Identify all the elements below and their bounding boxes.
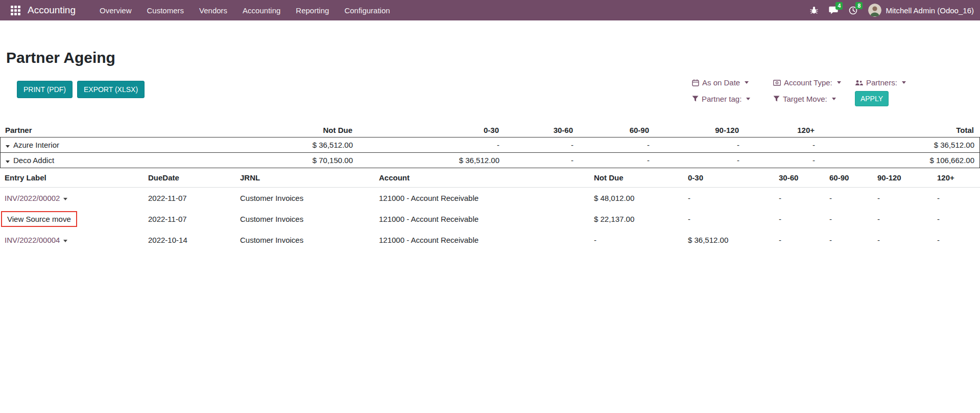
filter-label: Account Type: [784, 78, 832, 87]
debug-bug-icon[interactable] [810, 6, 818, 14]
chevron-down-icon [837, 81, 841, 84]
col-30-60: 30-60 [499, 126, 573, 134]
col-60-90: 60-90 [573, 126, 649, 134]
col-90-120: 90-120 [877, 173, 937, 182]
account-cell: 121000 - Account Receivable [379, 215, 594, 223]
cell-30-60: - [779, 194, 829, 202]
col-120-plus: 120+ [937, 173, 980, 182]
cell-60-90: - [829, 215, 877, 223]
dropdown-caret-icon[interactable] [63, 198, 67, 200]
chevron-down-icon [832, 98, 836, 100]
app-name[interactable]: Accounting [28, 5, 76, 16]
filter-label: Partner tag: [702, 95, 742, 103]
filter-partners[interactable]: Partners: [855, 78, 906, 87]
money-icon [773, 80, 781, 86]
entry-label-cell: INV/2022/00002 [5, 194, 148, 202]
cell-30-60: - [779, 215, 829, 223]
cell-120-plus: - [937, 194, 980, 202]
jrnl-cell: Customer Invoices [240, 236, 379, 244]
chevron-down-icon [902, 81, 906, 84]
filter-account-type[interactable]: Account Type: [773, 78, 855, 87]
activities-button[interactable]: 8 [849, 6, 857, 15]
cell-90-120: - [877, 194, 937, 202]
cell-60-90: - [829, 236, 877, 244]
avatar-image [868, 4, 881, 17]
col-not-due: Not Due [594, 173, 688, 182]
partner-cell: Azure Interior [1, 141, 235, 149]
filter-funnel-icon [692, 96, 699, 102]
cell-90-120: - [650, 156, 739, 165]
cell-not-due: - [594, 236, 688, 244]
menu-configuration[interactable]: Configuration [337, 0, 397, 20]
cell-120-plus: - [739, 156, 815, 165]
menu-reporting[interactable]: Reporting [288, 0, 337, 20]
cell-60-90: - [573, 156, 650, 165]
report-filters: As on Date Account Type: Partners: [692, 78, 906, 106]
cell-not-due: $ 70,150.00 [235, 156, 353, 165]
partner-name: Azure Interior [13, 141, 59, 149]
partner-cell: Deco Addict [1, 156, 235, 165]
filter-label: Partners: [866, 78, 897, 87]
menu-accounting[interactable]: Accounting [235, 0, 288, 20]
cell-60-90: - [829, 194, 877, 202]
messages-button[interactable]: 4 [829, 6, 838, 14]
calendar-icon [692, 79, 699, 86]
users-icon [855, 80, 863, 86]
filter-funnel-icon [773, 96, 780, 102]
filter-partner-tag[interactable]: Partner tag: [692, 95, 773, 103]
summary-table-body: Azure Interior $ 36,512.00 - - - - - $ 3… [0, 137, 980, 168]
cell-90-120: - [877, 236, 937, 244]
cell-0-30: $ 36,512.00 [688, 236, 779, 244]
view-source-move-menu-item[interactable]: View Source move [2, 212, 76, 226]
entry-move-link[interactable]: INV/2022/00004 [5, 236, 60, 244]
cell-0-30: - [688, 194, 779, 202]
cell-total: $ 36,512.00 [815, 141, 980, 149]
detail-table-header: Entry Label DueDate JRNL Account Not Due… [0, 168, 980, 188]
jrnl-cell: Customer Invoices [240, 194, 379, 202]
col-entry-label: Entry Label [5, 173, 148, 182]
col-account: Account [379, 173, 594, 182]
due-date-cell: 2022-10-14 [148, 236, 240, 244]
menu-vendors[interactable]: Vendors [192, 0, 235, 20]
entry-move-link[interactable]: INV/2022/00002 [5, 194, 60, 202]
grid-icon [11, 6, 20, 15]
cell-0-30: $ 36,512.00 [353, 156, 499, 165]
due-date-cell: 2022-11-07 [148, 215, 240, 223]
col-60-90: 60-90 [829, 173, 877, 182]
cell-90-120: - [650, 141, 739, 149]
summary-row-deco-addict[interactable]: Deco Addict $ 70,150.00 $ 36,512.00 - - … [1, 153, 979, 168]
filter-target-move[interactable]: Target Move: [773, 95, 855, 103]
account-cell: 121000 - Account Receivable [379, 236, 594, 244]
chevron-down-icon [745, 81, 749, 84]
filter-label: Target Move: [783, 95, 827, 103]
col-jrnl: JRNL [240, 173, 379, 182]
print-pdf-button[interactable]: PRINT (PDF) [17, 81, 73, 98]
dropdown-caret-icon[interactable] [63, 240, 67, 242]
partner-name: Deco Addict [13, 156, 54, 165]
col-0-30: 0-30 [688, 173, 779, 182]
cell-total: $ 106,662.00 [815, 156, 980, 165]
cell-not-due: $ 22,137.00 [594, 215, 688, 223]
activities-badge: 8 [855, 2, 863, 10]
user-name: Mitchell Admin (Odoo_16) [886, 6, 974, 15]
detail-row: View Source move 2022-11-07 Customer Inv… [0, 209, 980, 230]
user-menu[interactable]: Mitchell Admin (Odoo_16) [868, 4, 974, 17]
apply-button[interactable]: APPLY [855, 91, 889, 106]
col-90-120: 90-120 [649, 126, 739, 134]
partner-ageing-page: Partner Ageing PRINT (PDF) EXPORT (XLSX)… [0, 20, 980, 413]
entry-label-cell: INV/2022/00004 [5, 236, 148, 244]
export-xlsx-button[interactable]: EXPORT (XLSX) [77, 81, 145, 98]
filter-as-on-date[interactable]: As on Date [692, 78, 773, 87]
expand-caret-icon[interactable] [6, 145, 10, 148]
jrnl-cell: Customer Invoices [240, 215, 379, 223]
col-total: Total [815, 126, 980, 134]
ageing-report-tables: Partner Not Due 0-30 30-60 60-90 90-120 … [0, 123, 980, 250]
menu-overview[interactable]: Overview [92, 0, 139, 20]
summary-row-azure-interior[interactable]: Azure Interior $ 36,512.00 - - - - - $ 3… [1, 137, 979, 153]
cell-30-60: - [499, 141, 573, 149]
expand-caret-icon[interactable] [6, 160, 10, 163]
detail-row: INV/2022/00004 2022-10-14 Customer Invoi… [0, 230, 980, 250]
cell-not-due: $ 36,512.00 [235, 141, 353, 149]
apps-menu-icon[interactable] [8, 3, 22, 17]
menu-customers[interactable]: Customers [139, 0, 192, 20]
